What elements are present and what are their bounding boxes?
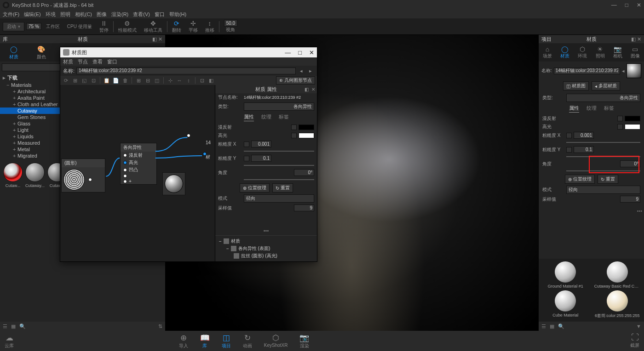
rough-x-slider[interactable]: [566, 141, 640, 144]
cpu-button[interactable]: CPU 使用量: [64, 23, 95, 31]
position-texture-button[interactable]: ⊕ 位置纹理: [240, 183, 270, 192]
proj-tab-material[interactable]: ◯材质: [556, 43, 574, 62]
rough-y-input[interactable]: 0.1: [574, 146, 594, 153]
animation-button[interactable]: ↻动画: [238, 332, 257, 350]
reset-button[interactable]: ↻ 重置: [272, 183, 293, 192]
color-swatch[interactable]: [625, 124, 640, 130]
cloud-library-button[interactable]: ☁云库: [0, 332, 18, 350]
screenshot-button[interactable]: ⛶截屏: [626, 332, 644, 350]
tool-icon[interactable]: ↕: [185, 77, 192, 84]
menu-view[interactable]: 查看(V): [133, 11, 150, 18]
pause-button[interactable]: II暂停: [97, 19, 111, 34]
rough-y-slider[interactable]: [244, 164, 314, 167]
window-close-icon[interactable]: ✕: [309, 49, 314, 56]
drag-handle-icon[interactable]: •••: [215, 226, 317, 235]
texture-toggle[interactable]: [566, 147, 572, 153]
proj-tab-camera[interactable]: 📷相机: [609, 43, 627, 62]
texture-toggle[interactable]: [617, 124, 623, 130]
gallery-item[interactable]: 6套筒:color:255:255:255: [594, 290, 640, 319]
tool-icon[interactable]: ◱: [80, 77, 88, 84]
window-minimize-icon[interactable]: —: [285, 49, 291, 56]
tool-icon[interactable]: 📋: [103, 77, 110, 84]
list-view-icon[interactable]: ☰: [3, 323, 7, 329]
matgraph-button[interactable]: ◫ 材质图: [563, 81, 589, 91]
subtab-props[interactable]: 属性: [244, 113, 254, 121]
texture-toggle[interactable]: [566, 133, 572, 138]
tool-icon[interactable]: ◧: [207, 77, 215, 84]
menu-window[interactable]: 窗口: [155, 11, 165, 18]
samples-input[interactable]: 9: [294, 204, 314, 211]
subtab-label[interactable]: 标签: [604, 105, 614, 113]
close-icon[interactable]: ◧ ✕: [152, 36, 162, 42]
workspace-button[interactable]: 工作区: [43, 23, 63, 31]
menu-image[interactable]: 图像: [97, 11, 107, 18]
subtab-texture[interactable]: 纹理: [261, 113, 271, 121]
graph-node-output[interactable]: [162, 172, 185, 195]
mg-menu-window[interactable]: 窗口: [107, 58, 117, 65]
import-button[interactable]: ⊕导入: [174, 332, 193, 350]
material-thumb[interactable]: Cutaw...: [3, 163, 23, 188]
tool-icon[interactable]: ⊟: [144, 77, 151, 84]
fov-input[interactable]: 50.0: [224, 20, 237, 27]
menu-edit[interactable]: 编辑(E): [24, 11, 41, 18]
angle-slider[interactable]: [566, 169, 640, 173]
rough-x-slider[interactable]: [244, 149, 314, 153]
texture-toggle[interactable]: [291, 133, 297, 138]
dock-icon[interactable]: ◧: [305, 87, 309, 92]
close-icon[interactable]: ✕: [311, 87, 315, 92]
subtab-texture[interactable]: 纹理: [586, 105, 597, 113]
window-maximize-icon[interactable]: □: [298, 49, 302, 56]
proj-tab-image[interactable]: ▭图像: [627, 43, 644, 62]
project-button[interactable]: ◫项目: [217, 332, 236, 350]
next-icon[interactable]: ▸: [307, 67, 314, 74]
tool-icon[interactable]: ⊞: [71, 77, 79, 84]
menu-help[interactable]: 帮助(H): [169, 11, 186, 18]
lib-tab-color[interactable]: 🎨颜色: [28, 44, 55, 62]
graph-canvas[interactable]: (圆形) 各向异性 漫反射 高光 凹凸 + 14 材: [60, 85, 215, 261]
proj-tab-scene[interactable]: ⌂场景: [539, 43, 556, 62]
menu-camera[interactable]: 相机(C): [75, 11, 92, 18]
texture-toggle[interactable]: [244, 156, 249, 161]
subtab-props[interactable]: 属性: [569, 105, 579, 113]
window-close-icon[interactable]: ✕: [637, 2, 641, 8]
multimaterial-button[interactable]: ◂ 多层材质: [592, 81, 620, 91]
material-layer-tree[interactable]: −材质 −各向异性 (表面) 拉丝 (圆形) (高光): [215, 235, 317, 261]
rotate-button[interactable]: ⟳翻转: [169, 19, 184, 34]
tool-icon[interactable]: ⊹: [167, 77, 174, 84]
subtab-label[interactable]: 标签: [279, 113, 289, 121]
prev-icon[interactable]: ◂: [298, 67, 305, 74]
mode-dropdown[interactable]: 径向: [244, 194, 314, 203]
grid-view-icon[interactable]: ▦: [550, 323, 554, 329]
texture-toggle[interactable]: [617, 116, 623, 121]
grid-view-icon[interactable]: ▦: [11, 323, 16, 329]
menu-env[interactable]: 环境: [46, 11, 56, 18]
tool-icon[interactable]: ⊞: [135, 77, 142, 84]
proj-tab-env[interactable]: ⬡环境: [574, 43, 591, 62]
tool-icon[interactable]: ⊡: [198, 77, 206, 84]
tool-icon[interactable]: ⟳: [62, 77, 69, 84]
gallery-item[interactable]: Cutaway Basic Red Caps: [594, 261, 640, 289]
move-tool-button[interactable]: ✥移动工具: [141, 19, 165, 34]
gallery-item[interactable]: Cube Material: [542, 290, 588, 319]
mg-menu-material[interactable]: 材质: [63, 58, 73, 65]
texture-toggle[interactable]: [244, 142, 249, 147]
filter-icon[interactable]: ▼: [636, 323, 641, 329]
proj-tab-lighting[interactable]: ☀照明: [592, 43, 609, 62]
list-view-icon[interactable]: ☰: [541, 323, 546, 329]
angle-slider[interactable]: [244, 178, 314, 181]
angle-input[interactable]: 0°: [294, 169, 314, 176]
type-dropdown[interactable]: 各向异性: [566, 94, 640, 102]
library-button[interactable]: 📖库: [196, 332, 214, 350]
tool-icon[interactable]: ↔: [176, 77, 183, 84]
material-thumb[interactable]: Cutaway...: [25, 163, 45, 188]
mode-dropdown[interactable]: 径向: [566, 186, 640, 194]
sort-icon[interactable]: ⇅: [158, 323, 162, 329]
render-percent[interactable]: 75 %: [26, 23, 41, 30]
gallery-item[interactable]: Ground Material #1: [542, 261, 588, 289]
rough-x-input[interactable]: 0.001: [251, 141, 271, 147]
material-preview[interactable]: [627, 63, 641, 78]
perf-button[interactable]: ⚙性能模式: [115, 19, 139, 34]
mg-menu-view[interactable]: 查看: [92, 58, 103, 65]
prev-icon[interactable]: ◂: [622, 68, 625, 74]
color-swatch[interactable]: [299, 133, 314, 138]
